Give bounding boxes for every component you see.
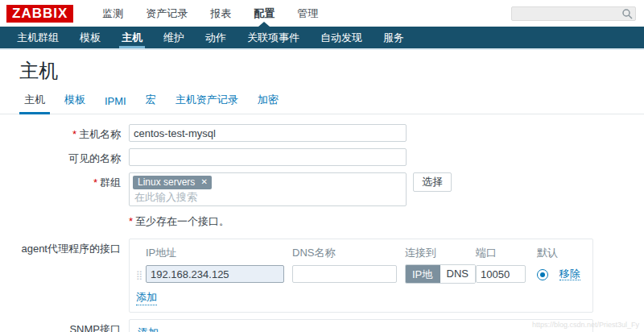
agent-interface-row: agent代理程序的接口 IP地址 DNS名称 连接到 端口 默认 ⣿ IP地址… [0,239,644,313]
col-header-dns: DNS名称 [292,246,405,260]
group-tag: Linux servers ✕ [133,176,212,189]
connect-ip-option[interactable]: IP地址 [406,265,440,283]
visible-name-input[interactable] [129,148,407,166]
tab-encryption[interactable]: 加密 [248,88,288,114]
subnav-maintenance[interactable]: 维护 [153,27,195,48]
subnav-services[interactable]: 服务 [373,27,415,48]
remove-interface-link[interactable]: 移除 [559,268,580,280]
snmp-interface-box: 添加 [129,319,593,332]
search-input[interactable] [511,6,636,21]
zabbix-logo[interactable]: ZABBIX [6,5,73,23]
top-nav: 监测 资产记录 报表 配置 管理 [91,0,329,27]
agent-interface-header: IP地址 DNS名称 连接到 端口 默认 [136,246,584,260]
required-asterisk: * [93,176,97,189]
subnav-event-correlation[interactable]: 关联项事件 [237,27,310,48]
agent-interface-box: IP地址 DNS名称 连接到 端口 默认 ⣿ IP地址 DNS [129,239,593,313]
host-form: *主机名称 可见的名称 *群组 Linux servers ✕ 选择 *至少存在… [0,114,644,332]
agent-dns-input[interactable] [292,265,397,283]
required-asterisk: * [129,215,133,227]
agent-port-input[interactable] [476,265,526,283]
nav-reports[interactable]: 报表 [199,0,242,27]
csdn-watermark: https://blog.csdn.net/Priest3ul_Fy [532,321,639,329]
col-header-ip: IP地址 [146,246,292,260]
groups-row: *群组 Linux servers ✕ 选择 [0,172,644,206]
subnav-actions[interactable]: 动作 [195,27,237,48]
host-form-tabs: 主机 模板 IPMI 宏 主机资产记录 加密 [0,89,644,114]
interface-note-row: *至少存在一个接口。 [0,214,644,229]
add-snmp-interface-link[interactable]: 添加 [138,326,159,332]
interface-note: 至少存在一个接口。 [135,215,229,227]
groups-multiselect[interactable]: Linux servers ✕ [129,172,407,206]
tab-host-inventory[interactable]: 主机资产记录 [166,88,248,114]
host-name-input[interactable] [129,124,407,142]
config-sub-nav: 主机群组 模板 主机 维护 动作 关联项事件 自动发现 服务 [0,27,644,48]
top-header: ZABBIX 监测 资产记录 报表 配置 管理 [0,0,644,27]
groups-search-input[interactable] [133,189,397,204]
subnav-templates[interactable]: 模板 [69,27,111,48]
col-header-connect: 连接到 [405,246,476,260]
nav-configuration[interactable]: 配置 [242,0,286,27]
subnav-hosts[interactable]: 主机 [111,27,153,48]
group-select-button[interactable]: 选择 [413,172,452,192]
agent-ip-input[interactable] [146,265,284,283]
host-name-label: 主机名称 [79,128,121,140]
subnav-host-groups[interactable]: 主机群组 [6,27,69,48]
nav-inventory[interactable]: 资产记录 [134,0,199,27]
page-title: 主机 [0,50,644,89]
connect-to-toggle: IP地址 DNS [405,264,476,284]
visible-name-row: 可见的名称 [0,148,644,166]
subnav-discovery[interactable]: 自动发现 [310,27,373,48]
col-header-port: 端口 [476,246,537,260]
connect-dns-option[interactable]: DNS [440,265,475,283]
tab-ipmi[interactable]: IPMI [95,90,136,114]
remove-tag-icon[interactable]: ✕ [200,176,207,188]
groups-label: 群组 [100,176,121,189]
nav-administration[interactable]: 管理 [286,0,329,27]
global-search [511,6,636,21]
snmp-interface-label: SNMP接口 [0,319,129,332]
tab-templates[interactable]: 模板 [55,88,95,114]
search-icon[interactable] [621,8,633,19]
col-header-default: 默认 [537,246,584,260]
agent-interface-entry: ⣿ IP地址 DNS 移除 [136,264,584,284]
tab-host[interactable]: 主机 [14,88,55,114]
visible-name-label: 可见的名称 [0,148,129,166]
drag-handle-icon[interactable]: ⣿ [136,270,142,280]
nav-monitoring[interactable]: 监测 [91,0,134,27]
agent-interface-label: agent代理程序的接口 [0,239,129,313]
host-name-row: *主机名称 [0,124,644,142]
tab-macros[interactable]: 宏 [136,88,166,114]
default-interface-radio[interactable] [537,269,548,280]
add-agent-interface-link[interactable]: 添加 [136,290,157,305]
required-asterisk: * [72,128,76,140]
